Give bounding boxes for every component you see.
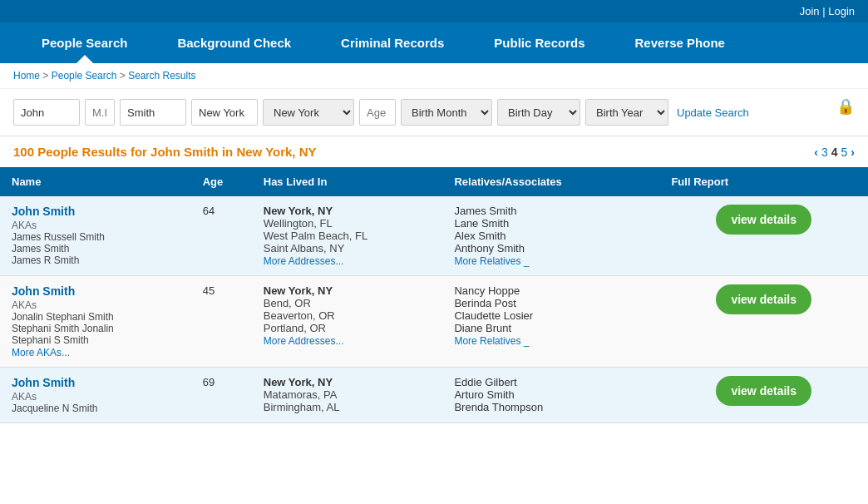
table-row: John SmithAKAsJonalin Stephani SmithStep…: [0, 276, 868, 368]
main-nav: People Search Background Check Criminal …: [0, 22, 868, 63]
nav-criminal-records[interactable]: Criminal Records: [316, 22, 469, 63]
aka-name: Jacqueline N Smith: [12, 403, 180, 414]
city-input[interactable]: [191, 99, 258, 126]
akas-label: AKAs: [12, 299, 180, 311]
col-header-name: Name: [0, 167, 191, 196]
report-cell: view details: [659, 276, 868, 368]
nav-public-records[interactable]: Public Records: [469, 22, 609, 63]
akas-label: AKAs: [12, 220, 180, 231]
pagination: ‹ 3 4 5 ›: [814, 146, 855, 159]
col-header-lived: Has Lived In: [252, 167, 443, 196]
person-age: 64: [191, 196, 252, 276]
table-row: John SmithAKAsJacqueline N Smith69New Yo…: [0, 368, 868, 423]
person-age: 69: [191, 368, 252, 423]
more-relatives-link[interactable]: More Relatives _: [454, 255, 529, 267]
last-name-input[interactable]: [120, 99, 186, 126]
relative-item: Anthony Smith: [454, 242, 648, 254]
aka-name: James Smith: [12, 243, 180, 254]
age-input[interactable]: [359, 99, 396, 126]
results-count: 100 People Results for John Smith in New…: [13, 145, 317, 159]
page-4[interactable]: 4: [831, 146, 838, 159]
relative-item: Arturo Smith: [454, 388, 648, 401]
aka-name: James R Smith: [12, 254, 180, 266]
top-bar: Join | Login: [0, 0, 868, 22]
col-header-report: Full Report: [659, 167, 868, 196]
location-item: Birmingham, AL: [264, 401, 432, 413]
mi-input[interactable]: [85, 99, 115, 126]
relative-item: Lane Smith: [454, 217, 648, 230]
relative-item: Berinda Post: [454, 297, 648, 309]
relative-item: Eddie Gilbert: [454, 376, 648, 388]
nav-people-search[interactable]: People Search: [17, 22, 152, 63]
view-details-button[interactable]: view details: [716, 205, 811, 235]
login-link[interactable]: Login: [828, 5, 855, 17]
relative-item: Brenda Thompson: [454, 401, 648, 413]
page-3[interactable]: 3: [821, 146, 828, 159]
separator: |: [822, 5, 825, 17]
results-table: Name Age Has Lived In Relatives/Associat…: [0, 167, 868, 423]
more-akas-link[interactable]: More AKAs...: [12, 347, 70, 358]
breadcrumb-people-search[interactable]: People Search: [52, 70, 117, 82]
location-item: New York, NY: [264, 284, 432, 297]
relative-item: James Smith: [454, 205, 648, 217]
state-select[interactable]: New York Alabama California Florida Texa…: [263, 99, 354, 126]
more-relatives-link[interactable]: More Relatives _: [454, 335, 529, 347]
location-item: West Palm Beach, FL: [264, 230, 432, 242]
page-5[interactable]: 5: [841, 146, 848, 159]
location-item: Saint Albans, NY: [264, 242, 432, 254]
update-search-link[interactable]: Update Search: [677, 106, 749, 119]
view-details-button[interactable]: view details: [716, 376, 811, 406]
relative-item: Diane Brunt: [454, 322, 648, 334]
location-item: New York, NY: [264, 205, 432, 217]
col-header-age: Age: [191, 167, 252, 196]
lock-icon: 🔒: [836, 97, 855, 116]
breadcrumb: Home > People Search > Search Results: [0, 63, 868, 89]
search-bar: New York Alabama California Florida Texa…: [0, 89, 868, 136]
location-item: Portland, OR: [264, 322, 432, 334]
report-cell: view details: [659, 368, 868, 423]
birth-year-select[interactable]: Birth Year: [585, 99, 668, 126]
view-details-button[interactable]: view details: [716, 284, 811, 314]
more-addresses-link[interactable]: More Addresses...: [264, 335, 344, 347]
col-header-relatives: Relatives/Associates: [442, 167, 659, 196]
location-item: Beaverton, OR: [264, 309, 432, 322]
breadcrumb-home[interactable]: Home: [13, 70, 40, 82]
relative-item: Alex Smith: [454, 230, 648, 242]
table-header-row: Name Age Has Lived In Relatives/Associat…: [0, 167, 868, 196]
prev-page-button[interactable]: ‹: [814, 146, 818, 159]
report-cell: view details: [659, 196, 868, 276]
person-name[interactable]: John Smith: [12, 205, 180, 218]
relative-item: Claudette Losier: [454, 309, 648, 322]
location-item: Wellington, FL: [264, 217, 432, 230]
table-row: John SmithAKAsJames Russell SmithJames S…: [0, 196, 868, 276]
birth-month-select[interactable]: Birth Month JanuaryFebruaryMarch AprilMa…: [401, 99, 492, 126]
more-addresses-link[interactable]: More Addresses...: [264, 255, 344, 267]
location-item: Bend, OR: [264, 297, 432, 309]
location-item: Matamoras, PA: [264, 388, 432, 401]
akas-label: AKAs: [12, 391, 180, 403]
relative-item: Nancy Hoppe: [454, 284, 648, 297]
person-age: 45: [191, 276, 252, 368]
next-page-button[interactable]: ›: [851, 146, 855, 159]
join-link[interactable]: Join: [800, 5, 820, 17]
nav-background-check[interactable]: Background Check: [152, 22, 316, 63]
nav-reverse-phone[interactable]: Reverse Phone: [610, 22, 750, 63]
birth-day-select[interactable]: Birth Day: [497, 99, 580, 126]
location-item: New York, NY: [264, 376, 432, 388]
aka-name: Stephani Smith Jonalin: [12, 323, 180, 334]
results-header: 100 People Results for John Smith in New…: [0, 136, 868, 164]
person-name[interactable]: John Smith: [12, 284, 180, 298]
aka-name: Jonalin Stephani Smith: [12, 311, 180, 323]
breadcrumb-results[interactable]: Search Results: [128, 70, 195, 82]
aka-name: Stephani S Smith: [12, 334, 180, 346]
aka-name: James Russell Smith: [12, 231, 180, 243]
first-name-input[interactable]: [13, 99, 80, 126]
person-name[interactable]: John Smith: [12, 376, 180, 389]
